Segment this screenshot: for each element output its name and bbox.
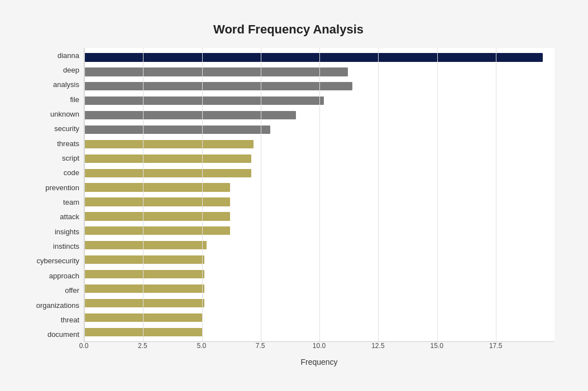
plot-area [84,48,554,342]
bar [84,140,254,148]
bar [84,212,230,220]
y-label: analysis [22,81,79,88]
bar [84,111,296,119]
y-label: organizations [22,302,79,309]
bar [84,183,230,191]
y-axis: diannadeepanalysisfileunknownsecuritythr… [22,48,84,342]
bar [84,67,348,76]
chart-title: Word Frequency Analysis [22,22,554,37]
y-label: insights [22,228,79,235]
x-tick: 7.5 [256,342,265,350]
y-label: unknown [22,110,79,118]
y-label: cybersecurity [22,257,79,264]
x-axis-ticks: 0.02.55.07.510.012.515.017.5 [84,342,554,353]
x-tick: 15.0 [431,342,443,350]
y-label: threat [22,316,79,324]
bar [84,284,204,293]
y-label: document [22,331,79,338]
y-label: prevention [22,184,79,191]
bar [84,241,207,249]
bar [84,155,251,163]
grid-line [378,48,379,341]
bar [84,125,270,134]
y-label: script [22,155,79,162]
x-axis-label: Frequency [84,358,554,366]
y-label: instincts [22,243,79,250]
bar [84,96,324,105]
grid-line [319,48,320,341]
y-label: attack [22,213,79,220]
x-tick: 17.5 [489,342,502,350]
bar [84,226,230,235]
x-tick: 0.0 [79,342,89,350]
bar [84,169,251,177]
y-label: offer [22,287,79,294]
grid-line [143,48,144,341]
y-label: approach [22,272,79,279]
bar [84,53,543,61]
x-tick: 2.5 [138,342,147,350]
x-tick: 5.0 [197,342,206,350]
bar [84,82,352,90]
x-tick: 10.0 [313,342,326,350]
chart-container: Word Frequency Analysis diannadeepanalys… [11,11,577,391]
bar [84,197,230,206]
y-label: security [22,125,79,132]
grid-line [202,48,203,341]
bar [84,255,204,264]
y-label: dianna [22,52,79,59]
bar [84,270,204,278]
grid-line [261,48,261,341]
grid-line [437,48,438,341]
y-label: file [22,96,79,103]
x-tick: 12.5 [371,342,384,350]
grid-line [84,48,85,341]
y-label: threats [22,140,79,147]
y-label: team [22,199,79,206]
y-label: code [22,169,79,176]
y-label: deep [22,66,79,74]
bar [84,299,204,307]
grid-line [496,48,496,341]
